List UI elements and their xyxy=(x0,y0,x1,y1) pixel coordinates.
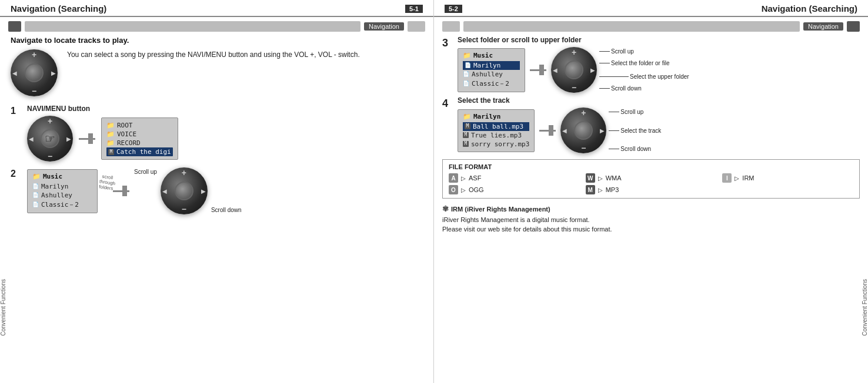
device-wheel-step1: + − ◀ ▶ ☞ xyxy=(27,116,73,162)
connector-line-step1 xyxy=(79,138,88,140)
fl-item-sorry: M sorry sorry.mp3 xyxy=(463,140,529,149)
ff-arrow-mp3: ▷ xyxy=(598,187,603,193)
left-nav-bar: Navigation xyxy=(8,21,425,32)
right-page-title: Navigation (Searching) xyxy=(762,4,857,14)
ff-badge-m: M xyxy=(586,185,595,194)
file-icon-marilyn2: 📄 xyxy=(32,183,39,189)
file-icon-classic3: 📄 xyxy=(463,80,469,86)
ff-arrow-asf: ▷ xyxy=(461,175,466,182)
left-page-header: Navigation (Searching) 5-1 xyxy=(0,0,433,17)
step3-block: 3 Select folder or scroll to upper folde… xyxy=(442,36,860,93)
ff-item-irm: I ▷ IRM xyxy=(722,173,853,183)
scroll-through-folders: scroll through folders xyxy=(98,174,115,192)
step2-file-list: 📁 Music 📄 Marilyn 📄 Ashulley 📄 Classic－2 xyxy=(27,169,98,213)
nav-bar-label-left: Navigation xyxy=(364,22,404,31)
wheel-plus-step2: + xyxy=(182,169,186,177)
step4-block: 4 Select the track 📁 Marilyn M Ball ball… xyxy=(442,96,860,153)
nav-bar-icon-right xyxy=(847,21,860,32)
step1-content: NAVI/MENU button + − ◀ ▶ ☞ xyxy=(27,105,423,162)
note-line2: Please visit our web site for details ab… xyxy=(442,224,860,234)
scroll-down-label-step3: Scroll down xyxy=(611,85,642,92)
scroll-up-line-step4: Scroll up xyxy=(609,109,661,115)
scroll-down-label-step4: Scroll down xyxy=(620,146,651,152)
wheel-minus-step3: − xyxy=(572,83,576,92)
left-page: Convenient Functions Navigation (Searchi… xyxy=(0,0,434,383)
step2-content: 📁 Music 📄 Marilyn 📄 Ashulley 📄 Classic－2 xyxy=(27,167,423,214)
fl-item-ashulley3: 📄 Ashulley xyxy=(463,70,520,79)
folder-icon-record: 📁 xyxy=(106,139,115,147)
step2-scroll-labels-right: Scroll down xyxy=(211,167,242,214)
scroll-down-label-step2: Scroll down xyxy=(211,207,242,213)
wheel-minus-intro: − xyxy=(32,87,36,95)
wheel-minus-step4: − xyxy=(581,144,586,152)
file-format-title: FILE FORMAT xyxy=(449,163,853,170)
fl-item-voice: 📁 VOICE xyxy=(106,130,173,139)
scroll-up-line-step3: Scroll up xyxy=(599,48,689,55)
right-page-header: 5-2 Navigation (Searching) xyxy=(434,0,868,17)
wheel-minus-step2: − xyxy=(182,205,186,213)
select-upper-line-step3: Select the upper folder xyxy=(599,73,689,80)
device-wheel-step2: + − ◀ ▶ xyxy=(161,167,208,214)
select-folder-line-step3: Select the folder or file xyxy=(599,60,689,66)
fl-item-marilyn2: 📄 Marilyn xyxy=(32,182,92,191)
scroll-up-label-step2: Scroll up xyxy=(134,169,157,175)
device-wheel-step3: + − ◀ ▶ xyxy=(551,47,597,93)
nav-bar-icon-left xyxy=(8,21,21,32)
note-star: ✾ xyxy=(442,203,449,215)
scroll-down-line-step3: Scroll down xyxy=(599,85,689,92)
file-format-section: FILE FORMAT A ▷ ASF W ▷ WMA I ▷ IRM O xyxy=(442,159,860,199)
device-wheel-intro: + − ◀ ▶ xyxy=(11,49,58,96)
nav-bar-line-right xyxy=(463,21,800,32)
scroll-down-line-step4: Scroll down xyxy=(609,146,661,152)
step4-number: 4 xyxy=(442,98,453,110)
connector-rect-step2 xyxy=(122,186,127,196)
fl-item-marilyn3: 📄 Marilyn xyxy=(463,61,520,70)
wheel-plus-step1: + xyxy=(48,117,52,125)
wheel-minus-step1: − xyxy=(48,152,52,160)
step4-file-list: 📁 Marilyn M Ball ball.mp3 M True lies.mp… xyxy=(458,109,535,152)
step2-connector xyxy=(113,186,129,196)
step4-wheel-area: + − ◀ ▶ Scroll up Select t xyxy=(560,107,661,153)
step1-block: 1 NAVI/MENU button + − ◀ ▶ ☞ xyxy=(11,105,423,162)
step4-row: 📁 Marilyn M Ball ball.mp3 M True lies.mp… xyxy=(458,107,860,153)
step3-number: 3 xyxy=(442,37,453,49)
step4-labels: Scroll up Select the track Scroll down xyxy=(609,107,661,153)
fl-item-record: 📁 RECORD xyxy=(106,139,173,147)
left-section-heading: Navigate to locate tracks to play. xyxy=(11,36,423,45)
step1-file-list: 📁 ROOT 📁 VOICE 📁 RECORD M Catch the digi xyxy=(101,117,178,160)
scroll-up-label-step4: Scroll up xyxy=(620,109,643,115)
nav-bar-end-left xyxy=(408,21,425,32)
step3-wheel-area: + − ◀ ▶ Scroll up Select t xyxy=(551,47,689,93)
step3-labels: Scroll up Select the folder or file Sele… xyxy=(599,47,689,93)
ff-arrow-ogg: ▷ xyxy=(461,187,466,193)
scroll-up-label-step3: Scroll up xyxy=(611,48,634,55)
wheel-left-step3: ◀ xyxy=(553,67,557,73)
right-page-number: 5-2 xyxy=(445,5,462,13)
ff-badge-i: I xyxy=(722,173,732,183)
sidebar-label-right: Convenient Functions xyxy=(862,279,868,336)
ff-badge-o: O xyxy=(449,185,458,194)
connector-rect-step1 xyxy=(88,133,93,144)
fl-item-ashulley2: 📄 Ashulley xyxy=(32,191,92,200)
file-icon-ashulley2: 📄 xyxy=(32,192,39,198)
step2-wheel-area: Scroll up + − ◀ ▶ Scroll down xyxy=(134,167,242,214)
music-icon-true: M xyxy=(463,132,469,138)
nav-bar-start-right xyxy=(442,21,460,32)
nav-bar-label-right: Navigation xyxy=(803,22,843,31)
step3-content: Select folder or scroll to upper folder … xyxy=(458,36,860,93)
note-title: ✾ IRM (iRiver Rights Management) xyxy=(442,203,860,215)
step1-number: 1 xyxy=(11,106,21,116)
step3-row: 📁 Music 📄 Marilyn 📄 Ashulley 📄 Classic－2 xyxy=(458,47,860,93)
note-line1: iRiver Rights Management is a digital mu… xyxy=(442,215,860,225)
wheel-plus-step4: + xyxy=(581,109,586,117)
wheel-plus-intro: + xyxy=(32,51,36,59)
hand-icon-step1: ☞ xyxy=(45,132,55,146)
ff-item-wma: W ▷ WMA xyxy=(586,173,717,183)
left-page-number: 5-1 xyxy=(405,5,423,13)
connector-arrow-step1 xyxy=(93,138,95,140)
ff-item-asf: A ▷ ASF xyxy=(449,173,580,183)
ff-arrow-irm: ▷ xyxy=(735,175,739,182)
step2-block: 2 📁 Music 📄 Marilyn 📄 Ashulley xyxy=(11,167,423,214)
music-icon-catch: M xyxy=(108,149,114,155)
music-icon-ball: M xyxy=(465,123,470,129)
